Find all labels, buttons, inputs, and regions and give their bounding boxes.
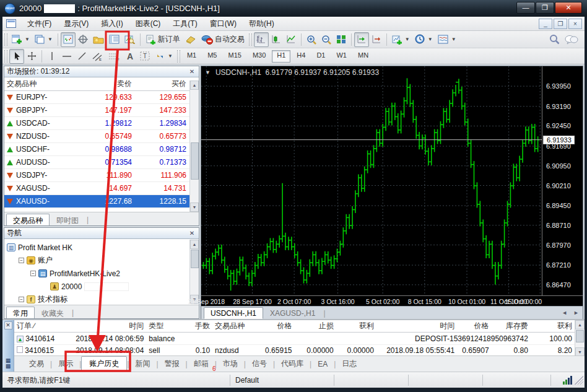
market-watch-row[interactable]: GBPJPY-147.197147.233: [4, 104, 199, 117]
terminal-tab-0[interactable]: 交易: [23, 356, 50, 372]
horizontal-line-button[interactable]: [59, 49, 74, 64]
tree-item-server[interactable]: −▤ProfitMarketHK-Live2: [7, 267, 199, 280]
market-watch-row[interactable]: NZDUSD-0.657490.65773: [4, 130, 199, 143]
close-icon[interactable]: ✕: [188, 229, 196, 238]
menu-显[interactable]: 显示(V): [58, 17, 95, 31]
terminal-toggle[interactable]: [107, 32, 122, 47]
indicators-menu-button[interactable]: ▼: [389, 32, 412, 47]
toolbar-grip[interactable]: [4, 33, 7, 46]
market-watch-row[interactable]: XAGUSD-14.69714.731: [4, 182, 199, 195]
menu-图[interactable]: 图表(C): [129, 17, 167, 31]
terminal-tab-3[interactable]: 新闻: [129, 356, 156, 372]
connection-status-icon[interactable]: [563, 376, 572, 385]
arrows-menu-button[interactable]: ▼: [153, 49, 175, 64]
column-symbol[interactable]: 交易品种: [4, 79, 74, 89]
tab-favorites[interactable]: 收藏夹: [35, 307, 71, 318]
menu-帮[interactable]: 帮助(H): [243, 17, 280, 31]
column-bid[interactable]: 卖价: [74, 79, 136, 89]
candlestick-button[interactable]: [269, 32, 284, 47]
close-icon[interactable]: ✕: [4, 321, 12, 329]
terminal-tab-8[interactable]: 代码库: [275, 356, 310, 372]
timeframe-m5[interactable]: M5: [202, 50, 222, 63]
column-2[interactable]: 类型: [146, 321, 183, 331]
chat-icon[interactable]: [562, 32, 581, 47]
market-watch-row[interactable]: USDCHF-0.986880.98712: [4, 143, 199, 156]
chart-tab-usdcnh[interactable]: USDCNH-,H1: [204, 307, 263, 319]
navigator-titlebar[interactable]: 导航 ✕: [4, 228, 199, 239]
column-8[interactable]: 时间: [376, 321, 457, 331]
terminal-tab-7[interactable]: 信号: [246, 356, 273, 372]
timeframe-m1[interactable]: M1: [182, 50, 201, 63]
search-icon[interactable]: [547, 32, 562, 47]
chart-window[interactable]: ▼ USDCNH-,H1 6.91779 6.91937 6.91205 6.9…: [201, 66, 583, 320]
toolbar-grip[interactable]: [249, 33, 252, 46]
time-axis[interactable]: 27 Sep 201828 Sep 17:002 Oct 07:003 Oct …: [201, 295, 583, 306]
metaeditor-button[interactable]: [183, 32, 199, 47]
chart-window-icon[interactable]: [6, 19, 16, 28]
market-watch-row[interactable]: XAUUSD-1227.681228.15: [4, 195, 199, 208]
scroll-down-icon[interactable]: ▼: [190, 203, 199, 212]
market-watch-row[interactable]: USDJPY-111.890111.906: [4, 169, 199, 182]
autotrading-button[interactable]: 自动交易: [199, 32, 247, 47]
tab-common[interactable]: 常用: [6, 307, 35, 318]
tabs-scroll-left-icon[interactable]: ◄: [562, 310, 567, 316]
terminal-tab-4[interactable]: 警报: [159, 356, 186, 372]
timeframe-mn[interactable]: MN: [353, 50, 373, 63]
column-0[interactable]: 订单 ∕: [14, 321, 71, 331]
menu-工[interactable]: 工具(T): [167, 17, 203, 31]
price-axis[interactable]: 6.939506.931906.924506.916906.909506.902…: [542, 66, 583, 297]
terminal-titlebar-vertical[interactable]: ✕ ▦▩: [2, 320, 14, 373]
minimize-button[interactable]: —: [516, 2, 535, 14]
profiles-button[interactable]: ▼: [32, 32, 55, 47]
cursor-button[interactable]: [9, 49, 24, 64]
timeframe-h1[interactable]: H1: [272, 50, 290, 63]
market-watch-titlebar[interactable]: 市场报价: 01:39:12 ✕: [4, 66, 199, 77]
menu-插[interactable]: 插入(I): [95, 17, 129, 31]
tile-windows-button[interactable]: [334, 32, 349, 47]
text-button[interactable]: A: [123, 49, 137, 64]
candlestick-chart[interactable]: [201, 66, 542, 297]
terminal-tab-5[interactable]: 邮箱6: [188, 356, 215, 372]
tree-item-accounts[interactable]: −◉账户: [7, 254, 199, 267]
tree-item-mt-logo[interactable]: ▥Profit Market HK: [7, 241, 199, 254]
data-window-toggle[interactable]: [76, 32, 90, 47]
column-9[interactable]: 价格: [457, 321, 491, 331]
periods-menu-button[interactable]: ▼: [412, 32, 435, 47]
resize-grip[interactable]: [575, 376, 583, 385]
market-watch-toggle[interactable]: [61, 32, 76, 47]
terminal-tab-2[interactable]: 账户历史: [81, 356, 127, 372]
market-watch-row[interactable]: USDCAD-1.298121.29834: [4, 117, 199, 130]
navigator-toggle[interactable]: [90, 32, 107, 47]
history-row[interactable]: 34106152018.09.14 08:08:04sell0.10nzdusd…: [14, 345, 575, 356]
close-button[interactable]: ✕: [555, 2, 582, 14]
chart-tab-xagusd[interactable]: XAGUSD-,H1: [263, 307, 322, 319]
mdi-close-button[interactable]: ×: [568, 19, 582, 29]
column-11[interactable]: 获利: [531, 321, 575, 331]
equidistant-channel-button[interactable]: E: [89, 49, 105, 64]
column-3[interactable]: 手数: [183, 321, 212, 331]
timeframe-m15[interactable]: M15: [223, 50, 246, 63]
timeframe-m30[interactable]: M30: [248, 50, 271, 63]
collapse-icon[interactable]: −: [30, 271, 36, 276]
new-chart-button[interactable]: ▼: [9, 32, 32, 47]
templates-menu-button[interactable]: ▼: [435, 32, 459, 47]
timeframe-d1[interactable]: D1: [311, 50, 330, 63]
vertical-line-button[interactable]: [45, 49, 59, 64]
tree-item-account[interactable]: ♟20000: [7, 280, 199, 293]
toolbar-grip[interactable]: [4, 50, 7, 63]
timeframe-h4[interactable]: H4: [292, 50, 310, 63]
chart-shift-toggle[interactable]: [369, 32, 384, 47]
tabs-scroll-right-icon[interactable]: ►: [573, 310, 579, 316]
column-10[interactable]: 库存费: [492, 321, 531, 331]
terminal-tab-9[interactable]: EA: [311, 357, 334, 371]
collapse-icon[interactable]: −: [19, 258, 24, 263]
scroll-up-icon[interactable]: ▲: [575, 320, 585, 329]
title-bar[interactable]: PROFIT 20000 : ProfitMarketHK-Live2 - [U…: [0, 0, 587, 17]
menu-文[interactable]: 文件(F): [21, 17, 58, 31]
column-1[interactable]: 时间: [71, 321, 146, 331]
scroll-up-icon[interactable]: ▲: [190, 81, 199, 90]
chevron-down-icon[interactable]: ▼: [205, 69, 211, 76]
market-watch-row[interactable]: AUDUSD-0.713540.71373: [4, 156, 199, 169]
crosshair-button[interactable]: [24, 49, 39, 64]
bar-chart-button[interactable]: [254, 32, 269, 47]
